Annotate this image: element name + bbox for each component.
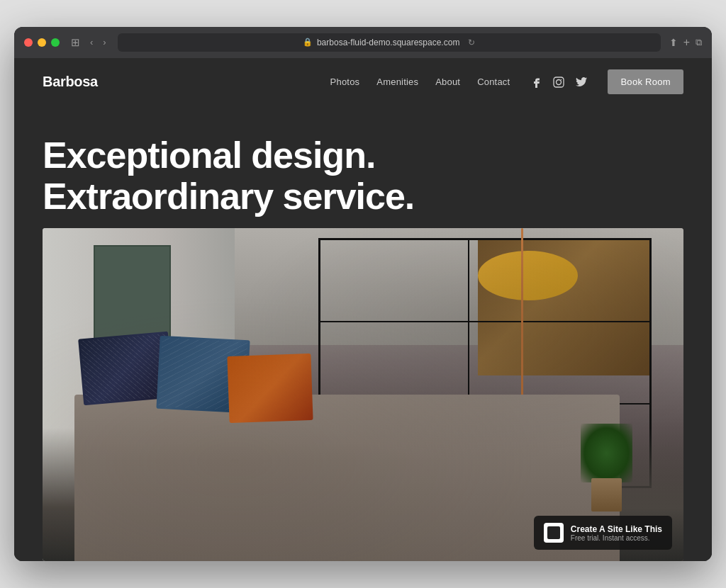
twitter-icon[interactable] bbox=[575, 76, 588, 89]
facebook-icon[interactable] bbox=[530, 76, 542, 89]
browser-nav-controls: ⊞ ‹ › bbox=[68, 35, 109, 50]
book-room-button[interactable]: Book Room bbox=[608, 69, 683, 94]
navbar: Barbosa Photos Amenities About Contact bbox=[14, 58, 712, 106]
website-content: Barbosa Photos Amenities About Contact bbox=[14, 58, 712, 561]
url-text: barbosa-fluid-demo.squarespace.com bbox=[317, 38, 459, 47]
forward-icon[interactable]: › bbox=[100, 35, 108, 49]
svg-point-1 bbox=[557, 79, 562, 84]
hero-title-line1: Exceptional design. bbox=[43, 135, 375, 176]
share-icon[interactable]: ⬆ bbox=[669, 37, 678, 48]
nav-link-photos[interactable]: Photos bbox=[330, 77, 360, 87]
nav-link-amenities[interactable]: Amenities bbox=[376, 77, 418, 87]
lock-icon: 🔒 bbox=[303, 38, 313, 47]
hero-section: Exceptional design. Extraordinary servic… bbox=[14, 106, 712, 561]
photo-overlay bbox=[43, 228, 683, 561]
room-illustration bbox=[43, 228, 683, 561]
minimize-button[interactable] bbox=[38, 38, 46, 47]
browser-window: ⊞ ‹ › 🔒 barbosa-fluid-demo.squarespace.c… bbox=[14, 27, 712, 561]
browser-chrome: ⊞ ‹ › 🔒 barbosa-fluid-demo.squarespace.c… bbox=[14, 27, 712, 58]
browser-right-controls: ⬆ + ⧉ bbox=[669, 36, 702, 49]
address-bar[interactable]: 🔒 barbosa-fluid-demo.squarespace.com ↻ bbox=[118, 33, 661, 52]
squarespace-badge[interactable]: Create A Site Like This Free trial. Inst… bbox=[534, 516, 672, 550]
nav-link-contact[interactable]: Contact bbox=[477, 77, 510, 87]
tabs-icon[interactable]: ⧉ bbox=[696, 37, 702, 48]
hero-title-line2: Extraordinary service. bbox=[43, 176, 414, 217]
svg-rect-0 bbox=[554, 77, 564, 87]
traffic-lights bbox=[24, 38, 60, 47]
nav-links: Photos Amenities About Contact bbox=[330, 77, 510, 87]
nav-link-about[interactable]: About bbox=[435, 77, 460, 87]
instagram-icon[interactable] bbox=[552, 76, 565, 89]
nav-right: Photos Amenities About Contact bbox=[330, 69, 683, 94]
close-button[interactable] bbox=[24, 38, 33, 47]
hero-title: Exceptional design. Extraordinary servic… bbox=[43, 135, 683, 217]
hero-image: Create A Site Like This Free trial. Inst… bbox=[43, 228, 683, 561]
back-icon[interactable]: ‹ bbox=[87, 35, 96, 49]
ss-badge-text: Create A Site Like This Free trial. Inst… bbox=[571, 524, 662, 542]
sidebar-toggle-icon[interactable]: ⊞ bbox=[68, 35, 83, 50]
squarespace-logo-inner bbox=[547, 526, 560, 539]
brand-logo[interactable]: Barbosa bbox=[43, 74, 98, 90]
svg-point-2 bbox=[561, 79, 562, 80]
nav-social bbox=[530, 76, 588, 89]
refresh-icon[interactable]: ↻ bbox=[468, 38, 475, 47]
hero-text: Exceptional design. Extraordinary servic… bbox=[43, 135, 683, 217]
ss-badge-title: Create A Site Like This bbox=[571, 524, 662, 534]
squarespace-logo bbox=[544, 523, 564, 543]
new-tab-icon[interactable]: + bbox=[683, 36, 690, 49]
fullscreen-button[interactable] bbox=[51, 38, 60, 47]
ss-badge-subtitle: Free trial. Instant access. bbox=[571, 534, 662, 542]
